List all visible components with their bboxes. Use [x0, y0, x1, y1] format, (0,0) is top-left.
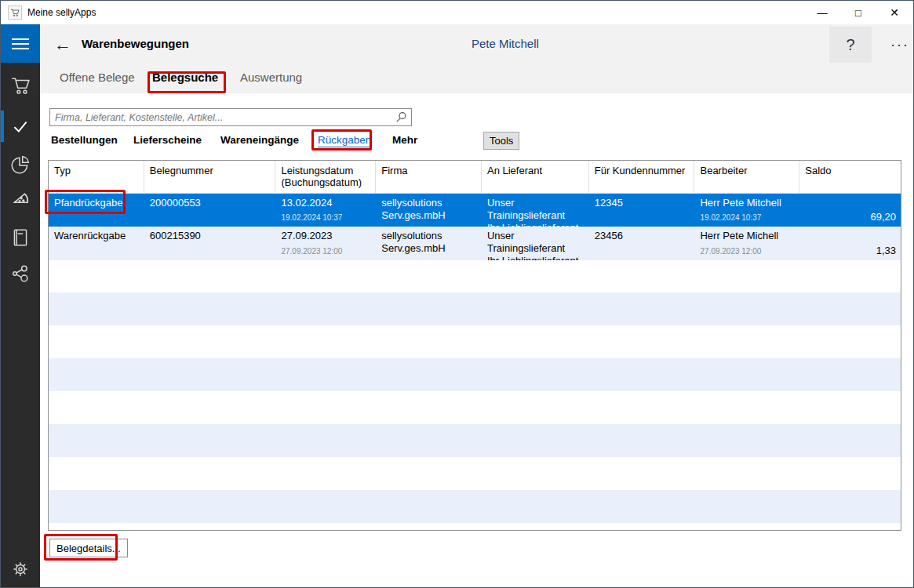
tabs-row: Offene Belege Belegsuche Auswertung [40, 65, 914, 93]
cell-belegnummer: 200000553 [144, 194, 276, 227]
sidebar-item-catalog[interactable] [1, 220, 40, 255]
sidebar [1, 24, 40, 588]
more-button[interactable]: ··· [886, 31, 914, 59]
tools-button[interactable]: Tools [483, 132, 519, 150]
app-header: ← Warenbewegungen Pete Mitchell ? ··· [40, 24, 914, 65]
column-header-leistungsdatum-line2: (Buchungsdatum) [281, 176, 362, 188]
title-bar: Meine sellyApps — □ ✕ [1, 1, 913, 24]
table-header: Typ Belegnummer Leistungsdatum (Buchungs… [49, 161, 901, 194]
column-header-leistungsdatum-line1: Leistungsdatum [281, 165, 353, 176]
bearbeiter-value: Herr Pete Mitchell [700, 197, 781, 209]
buchungsdatum-value: 27.09.2023 12:00 [281, 245, 342, 258]
hamburger-menu-button[interactable] [1, 24, 40, 63]
cell-firma: sellysolutions Serv.ges.mbH [376, 227, 482, 260]
hamburger-icon [12, 38, 29, 50]
back-button[interactable]: ← [49, 31, 76, 58]
buchungsdatum-value: 19.02.2024 10:37 [281, 212, 342, 224]
tab-offene-belege[interactable]: Offene Belege [60, 71, 135, 84]
gear-icon [10, 559, 31, 579]
cell-firma: sellysolutions Serv.ges.mbH [376, 194, 482, 227]
table-empty-stripes [49, 260, 901, 530]
cell-an-lieferant: Unser Trainingslieferant Ihr Lieblingsli… [482, 194, 589, 227]
firma-line2: Serv.ges.mbH [381, 209, 445, 221]
page-title: Warenbewegungen [82, 37, 189, 50]
column-header-an-lieferant[interactable]: An Lieferant [482, 161, 589, 193]
cell-bearbeiter: Herr Pete Mitchell 19.02.2024 10:37 [694, 194, 799, 227]
table-row-selected[interactable]: Pfandrückgabe 200000553 13.02.2024 19.02… [49, 194, 901, 227]
window-title: Meine sellyApps [27, 7, 96, 18]
subtab-bestellungen[interactable]: Bestellungen [51, 134, 118, 146]
bearbeitet-am-value: 19.02.2024 10:37 [700, 212, 761, 224]
subtab-lieferscheine[interactable]: Lieferscheine [133, 134, 202, 146]
lieferant-line2: Ihr Lieblingslieferant [487, 255, 578, 260]
cell-belegnummer: 600215390 [144, 227, 276, 260]
pie-chart-icon [10, 154, 31, 175]
cell-saldo: 1,33 [799, 227, 901, 260]
column-header-belegnummer[interactable]: Belegnummer [144, 161, 276, 193]
maximize-button[interactable]: □ [840, 1, 876, 24]
cell-an-lieferant: Unser Trainingslieferant Ihr Lieblingsli… [482, 227, 589, 260]
firma-line1: sellysolutions [381, 230, 442, 241]
book-icon [10, 227, 31, 248]
check-icon [10, 116, 31, 136]
sidebar-item-food[interactable] [1, 183, 40, 218]
sidebar-item-cart[interactable] [1, 68, 40, 103]
belegdetails-button[interactable]: Belegdetails... [49, 539, 128, 557]
cell-kundennummer: 12345 [589, 194, 695, 227]
sidebar-item-settings[interactable] [1, 552, 40, 586]
user-name[interactable]: Pete Mitchell [472, 37, 539, 50]
pizza-slice-icon [10, 191, 31, 211]
tab-belegsuche[interactable]: Belegsuche [152, 71, 218, 84]
app-window: Meine sellyApps — □ ✕ [0, 0, 914, 588]
share-icon [10, 263, 31, 284]
leistungsdatum-value: 13.02.2024 [281, 197, 332, 209]
main-area: ← Warenbewegungen Pete Mitchell ? ··· Of… [40, 24, 914, 588]
cell-saldo: 69,20 [799, 194, 901, 227]
column-header-firma[interactable]: Firma [376, 161, 482, 193]
lieferant-line1: Unser Trainingslieferant [487, 197, 565, 221]
bearbeitet-am-value: 27.09.2023 12:00 [700, 245, 761, 258]
column-header-leistungsdatum[interactable]: Leistungsdatum (Buchungsdatum) [275, 161, 376, 193]
lieferant-line1: Unser Trainingslieferant [487, 230, 565, 254]
subtab-mehr[interactable]: Mehr [392, 134, 417, 146]
saldo-value: 1,33 [876, 245, 896, 257]
documents-table: Typ Belegnummer Leistungsdatum (Buchungs… [48, 160, 901, 531]
subtab-wareneingaenge[interactable]: Wareneingänge [220, 134, 299, 146]
firma-line2: Serv.ges.mbH [381, 242, 445, 254]
cart-icon [10, 75, 31, 96]
cell-typ: Warenrückgabe [49, 227, 144, 260]
help-button[interactable]: ? [829, 27, 872, 63]
sidebar-item-tasks-active[interactable] [1, 109, 40, 143]
tab-auswertung[interactable]: Auswertung [240, 71, 302, 84]
search-icon[interactable] [395, 111, 407, 123]
window-controls: — □ ✕ [804, 1, 912, 24]
cell-leistungsdatum: 13.02.2024 19.02.2024 10:37 [275, 194, 376, 227]
cell-bearbeiter: Herr Pete Michell 27.09.2023 12:00 [694, 227, 799, 260]
search-box [49, 108, 412, 126]
app-icon [8, 5, 22, 20]
column-header-typ[interactable]: Typ [49, 161, 144, 193]
sidebar-item-share[interactable] [1, 256, 40, 291]
sidebar-item-reports[interactable] [1, 147, 40, 182]
column-header-bearbeiter[interactable]: Bearbeiter [694, 161, 799, 193]
leistungsdatum-value: 27.09.2023 [281, 230, 332, 241]
firma-line1: sellysolutions [381, 197, 442, 209]
table-row[interactable]: Warenrückgabe 600215390 27.09.2023 27.09… [49, 227, 901, 260]
cell-typ: Pfandrückgabe [49, 194, 144, 227]
saldo-value: 69,20 [870, 211, 896, 223]
bearbeiter-value: Herr Pete Michell [700, 230, 778, 241]
column-header-saldo[interactable]: Saldo [799, 161, 901, 193]
search-input[interactable] [55, 109, 392, 125]
column-header-kundennummer[interactable]: Für Kundennummer [589, 161, 695, 193]
close-button[interactable]: ✕ [876, 1, 912, 24]
minimize-button[interactable]: — [804, 1, 840, 24]
cell-leistungsdatum: 27.09.2023 27.09.2023 12:00 [275, 227, 376, 260]
subtab-rueckgaben[interactable]: Rückgaben [318, 134, 371, 147]
cell-kundennummer: 23456 [589, 227, 695, 260]
